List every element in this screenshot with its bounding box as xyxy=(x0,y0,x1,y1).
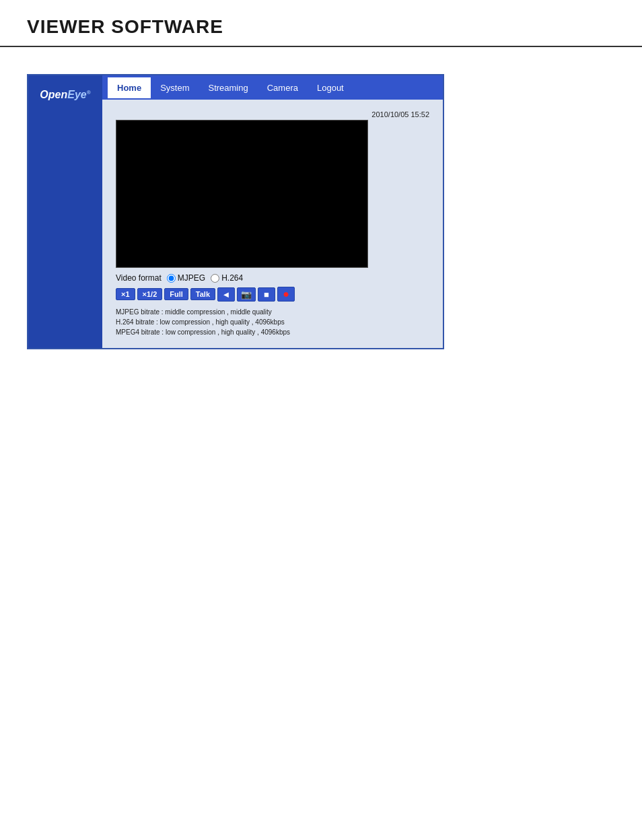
nav-logout[interactable]: Logout xyxy=(308,77,353,98)
info-line-2: H.264 bitrate : low compression , high q… xyxy=(116,317,429,327)
nav-streaming[interactable]: Streaming xyxy=(199,77,257,98)
info-line-1: MJPEG bitrate : middle compression , mid… xyxy=(116,307,429,317)
page-title: VIEWER SOFTWARE xyxy=(27,16,615,38)
info-line-3: MPEG4 bitrate : low compression , high q… xyxy=(116,327,429,337)
buttons-row: ×1 ×1/2 Full Talk ◄ 📷 ■ ● xyxy=(116,287,429,302)
main-panel: Home System Streaming Camera Logout 2010… xyxy=(102,75,443,348)
video-format-row: Video format MJPEG H.264 xyxy=(116,273,429,283)
controls-section: Video format MJPEG H.264 ×1 ×1/2 Full xyxy=(102,268,443,348)
camera-ui-frame: OpenEye® Home System Streaming Camera Lo… xyxy=(27,74,444,349)
record-button[interactable]: ● xyxy=(277,287,295,302)
h264-radio-label[interactable]: H.264 xyxy=(211,273,243,283)
video-section: 2010/10/05 15:52 xyxy=(102,100,443,268)
nav-home[interactable]: Home xyxy=(108,77,151,98)
full-button[interactable]: Full xyxy=(164,288,188,300)
settings-button[interactable]: 📷 xyxy=(237,287,256,302)
video-format-label: Video format xyxy=(116,273,162,283)
logo-container: OpenEye® xyxy=(33,83,97,106)
mjpeg-label: MJPEG xyxy=(178,273,205,283)
video-frame xyxy=(116,120,368,268)
logo-open: Open xyxy=(40,89,67,100)
sidebar: OpenEye® xyxy=(28,75,102,348)
nav-camera[interactable]: Camera xyxy=(258,77,308,98)
page-header: VIEWER SOFTWARE xyxy=(0,0,642,47)
logo-eye: Eye xyxy=(67,89,86,100)
mjpeg-radio[interactable] xyxy=(167,274,176,283)
logo-registered: ® xyxy=(87,90,91,96)
h264-radio[interactable] xyxy=(211,274,219,283)
video-timestamp: 2010/10/05 15:52 xyxy=(116,110,429,118)
logo: OpenEye® xyxy=(40,89,90,101)
audio-button[interactable]: ◄ xyxy=(217,287,235,302)
nav-system[interactable]: System xyxy=(151,77,199,98)
info-text: MJPEG bitrate : middle compression , mid… xyxy=(116,307,429,337)
h264-label: H.264 xyxy=(221,273,243,283)
zoom-half-button[interactable]: ×1/2 xyxy=(137,288,163,300)
zoom-1x-button[interactable]: ×1 xyxy=(116,288,135,300)
navbar: Home System Streaming Camera Logout xyxy=(102,75,443,100)
stop-button[interactable]: ■ xyxy=(258,287,275,302)
mjpeg-radio-label[interactable]: MJPEG xyxy=(167,273,205,283)
talk-button[interactable]: Talk xyxy=(190,288,215,300)
content-area: OpenEye® Home System Streaming Camera Lo… xyxy=(0,47,642,376)
